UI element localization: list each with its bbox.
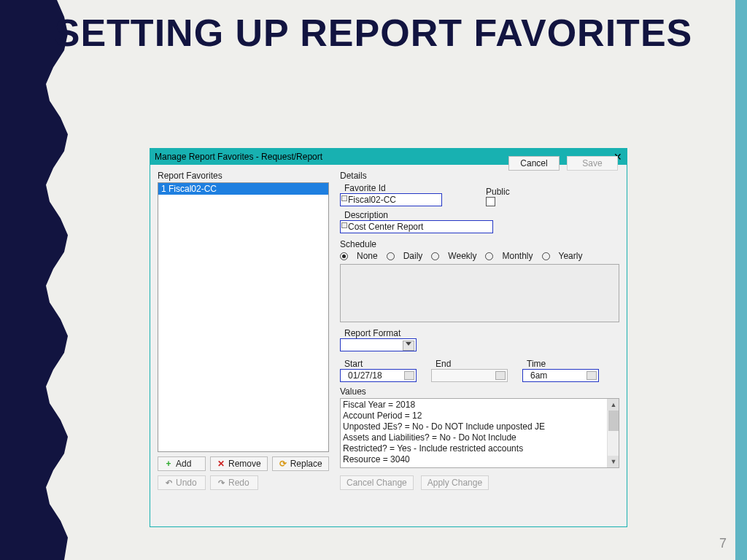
time-value: 6am <box>530 370 547 381</box>
list-item[interactable]: 1 Fiscal02-CC <box>158 183 328 195</box>
public-label: Public <box>486 187 510 197</box>
public-checkbox[interactable] <box>486 197 495 206</box>
start-date-input[interactable]: 01/27/18 <box>340 369 417 382</box>
values-label: Values <box>340 386 619 397</box>
schedule-monthly-radio[interactable] <box>485 252 493 260</box>
redo-label: Redo <box>228 478 249 488</box>
schedule-daily-radio[interactable] <box>387 252 395 260</box>
schedule-monthly-label: Monthly <box>502 251 533 261</box>
description-label: Description <box>344 210 619 220</box>
manage-report-favorites-dialog: Manage Report Favorites - Request/Report… <box>150 148 627 527</box>
schedule-none-label: None <box>357 251 378 261</box>
time-input[interactable]: 6am <box>522 369 599 382</box>
chevron-down-icon <box>406 342 411 346</box>
field-handle-icon <box>341 222 347 228</box>
dropdown-icon[interactable] <box>587 371 597 380</box>
schedule-weekly-label: Weekly <box>448 251 476 261</box>
time-label: Time <box>527 359 599 369</box>
report-favorites-label: Report Favorites <box>158 171 329 181</box>
x-icon: ✕ <box>217 459 225 469</box>
slide-right-accent <box>735 0 747 560</box>
report-favorites-list[interactable]: 1 Fiscal02-CC <box>158 182 329 452</box>
schedule-yearly-radio[interactable] <box>542 252 550 260</box>
schedule-daily-label: Daily <box>403 251 423 261</box>
report-format-label: Report Format <box>344 328 619 338</box>
dialog-title: Manage Report Favorites - Request/Report <box>155 152 322 162</box>
field-handle-icon <box>341 195 347 201</box>
plus-icon: + <box>164 459 173 469</box>
cancel-button[interactable]: Cancel <box>508 156 560 171</box>
calendar-icon[interactable] <box>495 371 506 380</box>
redo-icon: ↷ <box>217 478 225 488</box>
schedule-weekly-radio[interactable] <box>431 252 439 260</box>
details-heading: Details <box>340 171 619 181</box>
undo-icon: ↶ <box>164 478 173 488</box>
scroll-down-icon[interactable]: ▼ <box>608 456 619 467</box>
start-date-value: 01/27/18 <box>348 370 382 381</box>
report-format-select[interactable] <box>340 338 417 351</box>
scrollbar[interactable]: ▲ ▼ <box>607 399 619 467</box>
remove-label: Remove <box>228 459 261 469</box>
slide-title: SETTING UP REPORT FAVORITES <box>0 13 747 53</box>
values-content: Fiscal Year = 2018 Account Period = 12 U… <box>343 400 605 465</box>
page-number: 7 <box>719 536 727 551</box>
add-button[interactable]: +Add <box>158 456 206 471</box>
replace-button[interactable]: ⟳Replace <box>272 456 329 471</box>
cancel-change-button[interactable]: Cancel Change <box>340 475 414 490</box>
schedule-label: Schedule <box>340 239 619 249</box>
save-button[interactable]: Save <box>567 156 618 171</box>
apply-change-button[interactable]: Apply Change <box>421 475 489 490</box>
end-date-input[interactable] <box>431 369 508 382</box>
add-label: Add <box>176 459 191 469</box>
schedule-none-radio[interactable] <box>340 252 348 260</box>
schedule-yearly-label: Yearly <box>559 251 583 261</box>
scroll-thumb[interactable] <box>608 411 619 431</box>
end-label: End <box>436 359 508 369</box>
refresh-icon: ⟳ <box>279 459 287 469</box>
calendar-icon[interactable] <box>404 371 414 380</box>
scroll-up-icon[interactable]: ▲ <box>608 399 619 411</box>
remove-button[interactable]: ✕Remove <box>210 456 268 471</box>
favorite-id-label: Favorite Id <box>344 183 442 193</box>
start-label: Start <box>344 359 417 369</box>
redo-button[interactable]: ↷Redo <box>210 475 258 490</box>
favorite-id-input[interactable]: Fiscal02-CC <box>340 193 442 206</box>
undo-label: Undo <box>176 478 197 488</box>
description-input[interactable]: Cost Center Report <box>340 220 493 233</box>
schedule-options-panel <box>340 264 619 322</box>
values-box[interactable]: Fiscal Year = 2018 Account Period = 12 U… <box>340 398 619 468</box>
slide-left-decoration <box>0 0 73 560</box>
undo-button[interactable]: ↶Undo <box>158 475 206 490</box>
replace-label: Replace <box>290 459 322 469</box>
